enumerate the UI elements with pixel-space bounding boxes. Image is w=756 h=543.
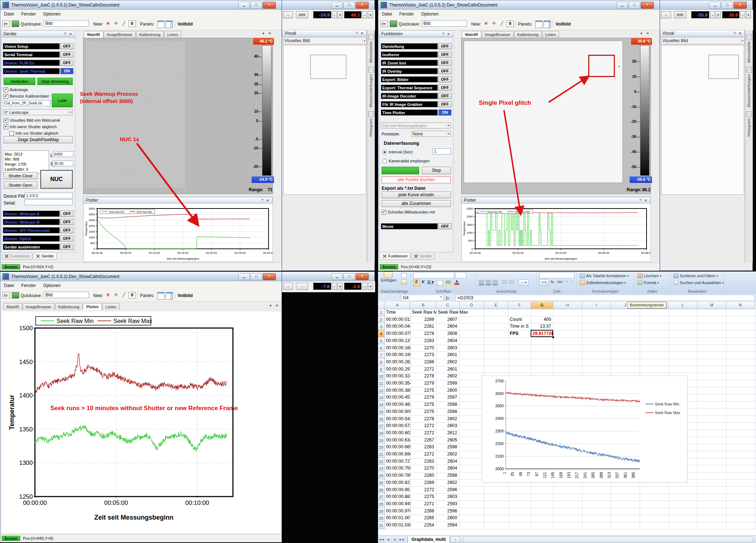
cell-a6[interactable]: 00:00:00.168 <box>384 345 410 352</box>
new-point-icon[interactable]: ✛ <box>113 292 119 298</box>
screen-badge[interactable]: Screen <box>380 264 398 269</box>
row-header-13[interactable]: 13 <box>378 394 384 401</box>
tab-close-icon[interactable]: ✕ <box>268 31 271 35</box>
row-header-26[interactable]: 26 <box>378 486 384 494</box>
tab-mainir[interactable]: MainIR <box>462 31 481 38</box>
new-line-icon[interactable]: ╱ <box>121 292 127 298</box>
cell-b28[interactable]: 2271 <box>410 501 436 508</box>
toggle-state[interactable]: OFF <box>60 51 73 58</box>
title-bar[interactable]: ▁ ▢ ✕ <box>660 0 752 10</box>
row-header-2[interactable]: 2 <box>378 316 384 323</box>
horizontal-scrollbar[interactable] <box>463 537 753 543</box>
low-plus-button[interactable]: + <box>338 283 343 290</box>
cell-name-box[interactable]: G4▾ <box>401 295 444 301</box>
pin-icon[interactable]: ⊤ <box>732 31 738 35</box>
readout-button-b[interactable]: ### <box>674 11 686 18</box>
merge-center-button[interactable]: ⇔ ▾ <box>518 279 528 286</box>
row-header-29[interactable]: 29 <box>378 508 384 515</box>
screen-badge[interactable]: Screen <box>2 264 20 269</box>
sort-filter-button[interactable]: Sortieren und Filtern▾ <box>673 273 718 278</box>
row-header-16[interactable]: 16 <box>378 416 384 423</box>
readout-button-a[interactable]: - <box>661 11 671 18</box>
close-panel-icon[interactable]: ✕ <box>265 198 270 202</box>
row-header-22[interactable]: 22 <box>378 458 384 465</box>
cell-c3[interactable]: 2604 <box>436 323 459 330</box>
tr-plotter-chart[interactable]: 0500100015002000250000:00:0000:02:0000:0… <box>462 204 651 261</box>
minimize-button[interactable]: ▁ <box>238 2 250 9</box>
cell-a31[interactable]: 00:00:01.038 <box>384 522 410 529</box>
column-header-i[interactable]: I <box>582 302 611 309</box>
row-header-25[interactable]: 25 <box>378 479 384 486</box>
cell-a12[interactable]: 00:00:00.385 <box>384 387 410 394</box>
cell-b13[interactable]: 2279 <box>410 394 436 401</box>
cell-c1[interactable]: Seek Raw Max <box>436 309 474 316</box>
export-single-button[interactable]: jede Kurve einzeln <box>382 192 451 198</box>
row-header-12[interactable]: 12 <box>378 387 384 394</box>
column-header-f[interactable]: F <box>508 302 531 309</box>
cell-f3[interactable]: Time in S <box>508 323 531 330</box>
toggle-serial-terminal[interactable]: Serial TerminalOFF <box>3 51 73 58</box>
cell-b9[interactable]: 2272 <box>410 366 436 373</box>
checkbox-autorange[interactable]: ✔Autorange <box>4 87 50 92</box>
font-color-button[interactable]: A <box>454 279 459 285</box>
cell-b31[interactable]: 2254 <box>410 522 436 529</box>
cell-c11[interactable]: 2599 <box>436 380 459 387</box>
decimal-decrease-button[interactable]: ⁻⁰ <box>570 279 575 285</box>
cell-a1[interactable]: Time <box>384 309 410 316</box>
borders-button[interactable] <box>437 280 443 286</box>
toggle-state[interactable]: OFF <box>60 60 73 66</box>
toggle-export-thermal-sequence[interactable]: Export: Thermal SequenceOFF <box>381 85 451 91</box>
serial-input[interactable] <box>24 199 73 205</box>
cell-a3[interactable]: 00:00:00.044 <box>384 323 410 330</box>
row-header-7[interactable]: 7 <box>378 351 384 359</box>
cell-a30[interactable]: 00:00:01.007 <box>384 515 410 522</box>
tab-kalibrierung[interactable]: Kalibrierung <box>55 303 83 310</box>
cell-a7[interactable]: 00:00:00.199 <box>384 351 410 359</box>
column-header-h[interactable]: H <box>553 302 582 309</box>
side-tab-messeinstellungen[interactable]: Messeinstellungen <box>367 67 375 107</box>
toggle-device-seek-thermal[interactable]: Device: Seek ThermalON <box>3 68 73 74</box>
percent-button[interactable]: % <box>549 279 555 285</box>
cell-a2[interactable]: 00:00:00.013 <box>384 316 410 323</box>
sheet-nav-last-icon[interactable]: ►► <box>399 537 405 543</box>
calfile-input[interactable]: Cal_from_2P_Seek.txt <box>3 100 50 106</box>
vollbild-button[interactable]: Vollbild <box>177 22 193 27</box>
cell-a28[interactable]: 00:00:00.945 <box>384 501 410 508</box>
bottom-tab-funktionen[interactable]: Funktionen <box>380 253 410 260</box>
open-file-icon[interactable]: 🗁 <box>2 292 9 299</box>
cell-b3[interactable]: 2281 <box>410 323 436 330</box>
minimize-button[interactable]: ▁ <box>238 273 250 280</box>
toggle-darstellung[interactable]: DarstellungOFF <box>381 43 451 49</box>
bl-main-chart[interactable]: 12501300135014001450150000:00:0000:05:00… <box>3 312 280 530</box>
open-file-icon[interactable]: 🗁 <box>380 21 387 27</box>
maximize-button[interactable]: ▢ <box>629 2 640 9</box>
column-header-a[interactable]: A <box>384 302 410 309</box>
cell-b26[interactable]: 2272 <box>410 486 436 494</box>
visual-source-dropdown[interactable]: Visuelles Bild▾ <box>283 37 367 44</box>
close-button[interactable]: ✕ <box>263 273 276 280</box>
cell-a15[interactable]: 00:00:00.509 <box>384 408 410 416</box>
cell-c15[interactable]: 2598 <box>436 408 459 416</box>
sheet-nav-first-icon[interactable]: ◄◄ <box>378 537 385 543</box>
toggle-state[interactable]: OFF <box>60 43 73 49</box>
cell-a18[interactable]: 00:00:00.603 <box>384 430 410 437</box>
clipboard-icon[interactable] <box>384 272 392 278</box>
panel-split-icon[interactable] <box>544 21 551 28</box>
toggle-state[interactable]: OFF <box>438 68 451 74</box>
cell-b12[interactable]: 2275 <box>410 387 436 394</box>
cell-b5[interactable]: 2283 <box>410 337 436 345</box>
column-header-b[interactable]: B <box>410 302 436 309</box>
insert-sheet-icon[interactable]: ＋ <box>451 537 460 543</box>
active-cell-border[interactable] <box>531 330 553 337</box>
interval-radio[interactable]: Interval (Sec): <box>382 149 413 154</box>
checkbox-benutze-kalibrierdatei[interactable]: ✔Benutze Kalibrierdatei: <box>4 94 50 99</box>
maximize-button[interactable]: ▢ <box>343 2 355 9</box>
cell-a9[interactable]: 00:00:00.297 <box>384 366 410 373</box>
minimize-button[interactable]: ▁ <box>331 2 343 9</box>
menu-optionen[interactable]: Optionen <box>418 12 442 17</box>
pin-icon[interactable]: ⊤ <box>63 32 68 36</box>
menu-datei[interactable]: Datei <box>378 12 396 17</box>
close-button[interactable]: ✕ <box>641 2 654 9</box>
indent-increase-button[interactable] <box>509 280 514 284</box>
row-header-23[interactable]: 23 <box>378 465 384 472</box>
